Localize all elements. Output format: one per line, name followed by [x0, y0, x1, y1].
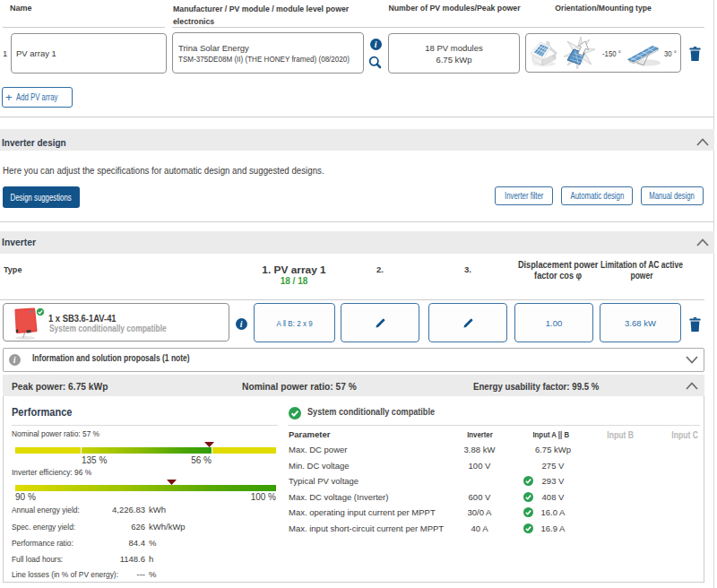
svg-text:i: i: [13, 355, 16, 365]
svg-text:i: i: [240, 319, 243, 329]
svg-text:i: i: [375, 39, 377, 49]
